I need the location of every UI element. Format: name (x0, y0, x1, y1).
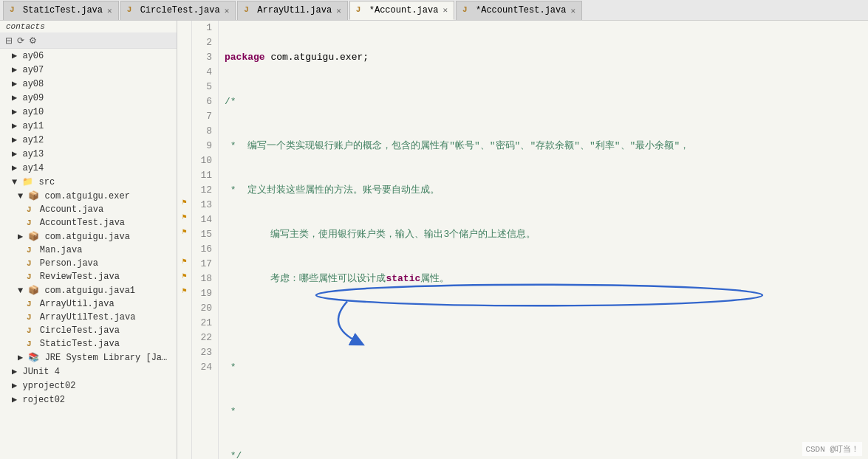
sidebar-item-circletest-java[interactable]: J CircleTest.java (0, 324, 177, 337)
sidebar: contacts ⊟ ⟳ ⚙ ▶ ay06 ▶ ay07 ▶ ay08 ▶ ay… (0, 21, 177, 459)
sidebar-item-pkg-atguigu[interactable]: ▶ 📦 com.atguigu.java (0, 229, 177, 244)
sidebar-item-man-java[interactable]: J Man.java (0, 244, 177, 257)
java-file-icon: J (127, 5, 137, 15)
tab-arrayutil[interactable]: J ArrayUtil.java ✕ (237, 1, 347, 20)
close-icon[interactable]: ✕ (442, 5, 448, 15)
code-line-7 (225, 316, 868, 331)
close-icon[interactable]: ✕ (107, 6, 112, 15)
sidebar-item-day07[interactable]: ▶ ay07 (0, 63, 177, 77)
code-line-10: */ (225, 449, 868, 459)
tab-bar: J StaticTest.java ✕ J CircleTest.java ✕ … (0, 0, 868, 21)
tab-label: StaticTest.java (23, 5, 103, 15)
tab-label: *Account.java (369, 5, 439, 15)
close-icon[interactable]: ✕ (225, 6, 230, 15)
collapse-button[interactable]: ⊟ (3, 35, 15, 46)
sidebar-item-junit4[interactable]: ▶ JUnit 4 (0, 365, 177, 379)
tab-circletest[interactable]: J CircleTest.java ✕ (120, 1, 236, 20)
sidebar-item-day13[interactable]: ▶ ay13 (0, 147, 177, 161)
sidebar-toolbar: ⊟ ⟳ ⚙ (0, 32, 177, 49)
sidebar-item-statictest-java[interactable]: J StaticTest.java (0, 337, 177, 351)
sidebar-item-day10[interactable]: ▶ ay10 (0, 105, 177, 119)
watermark: CSDN @叮当！ (802, 442, 862, 456)
tab-label: *AccountTest.java (476, 5, 566, 15)
sidebar-item-account-java[interactable]: J Account.java (0, 203, 177, 216)
java-file-icon: J (10, 5, 20, 15)
sidebar-item-arrayutil-java[interactable]: J ArrayUtil.java (0, 297, 177, 311)
code-line-1: package com.atguigu.exer; (225, 50, 868, 65)
sidebar-item-pkg-exer[interactable]: ▼ 📦 com.atguigu.exer (0, 189, 177, 203)
sync-button[interactable]: ⟳ (15, 35, 27, 46)
tab-account[interactable]: J *Account.java ✕ (349, 1, 454, 20)
code-line-5: 编写主类，使用银行账户类，输入、输出3个储户的上述信息。 (225, 227, 868, 242)
sidebar-item-person-java[interactable]: J Person.java (0, 257, 177, 270)
close-icon[interactable]: ✕ (570, 6, 575, 15)
sidebar-item-yproject02[interactable]: ▶ yproject02 (0, 379, 177, 393)
code-line-2: /* (225, 94, 868, 109)
sidebar-item-day14[interactable]: ▶ ay14 (0, 161, 177, 175)
editor-wrapper: ⚑ ⚑ ⚑ ⚑ ⚑ ⚑ 1 2 3 (177, 21, 868, 459)
sidebar-item-src[interactable]: ▼ 📁 src (0, 175, 177, 189)
java-file-icon: J (356, 5, 366, 15)
sidebar-item-reviewtest-java[interactable]: J ReviewTest.java (0, 270, 177, 283)
code-editor[interactable]: ⚑ ⚑ ⚑ ⚑ ⚑ ⚑ 1 2 3 (177, 21, 868, 459)
tab-label: ArrayUtil.java (257, 5, 332, 15)
contacts-label: contacts (0, 21, 177, 32)
code-line-4: * 定义封装这些属性的方法。账号要自动生成。 (225, 183, 868, 198)
code-lines[interactable]: package com.atguigu.exer; /* * 编写一个类实现银行… (219, 21, 868, 459)
line-numbers: 1 2 3 4 5 6 7 8 9 10 11 12 13 14 15 16 1 (192, 21, 219, 459)
close-icon[interactable]: ✕ (336, 6, 341, 15)
sidebar-item-day09[interactable]: ▶ ay09 (0, 91, 177, 105)
line-gutter: ⚑ ⚑ ⚑ ⚑ ⚑ ⚑ (177, 21, 192, 459)
tab-label: CircleTest.java (140, 5, 220, 15)
sidebar-item-roject02[interactable]: ▶ roject02 (0, 393, 177, 407)
code-line-6: 考虑：哪些属性可以设计成static属性。 (225, 272, 868, 286)
sidebar-item-jre[interactable]: ▶ 📚 JRE System Library [JavaSE-1.8] (0, 351, 177, 365)
sidebar-item-day12[interactable]: ▶ ay12 (0, 133, 177, 147)
code-line-8: * (225, 360, 868, 375)
sidebar-item-arrayutiltest-java[interactable]: J ArrayUtilTest.java (0, 311, 177, 324)
sidebar-item-pkg-java1[interactable]: ▼ 📦 com.atguigu.java1 (0, 283, 177, 297)
code-line-9: * (225, 404, 868, 419)
settings-button[interactable]: ⚙ (27, 35, 39, 46)
code-line-3: * 编写一个类实现银行账户的概念，包含的属性有"帐号"、"密码"、"存款余额"、… (225, 139, 868, 153)
code-content: ⚑ ⚑ ⚑ ⚑ ⚑ ⚑ 1 2 3 (177, 21, 868, 459)
sidebar-item-day06[interactable]: ▶ ay06 (0, 49, 177, 63)
tab-accounttest[interactable]: J *AccountTest.java ✕ (456, 1, 582, 20)
sidebar-item-day08[interactable]: ▶ ay08 (0, 77, 177, 91)
sidebar-item-day11[interactable]: ▶ ay11 (0, 119, 177, 133)
java-file-icon: J (462, 5, 473, 15)
sidebar-item-accounttest-java[interactable]: J AccountTest.java (0, 216, 177, 229)
folder-icon: 📁 (22, 177, 33, 187)
main-area: contacts ⊟ ⟳ ⚙ ▶ ay06 ▶ ay07 ▶ ay08 ▶ ay… (0, 21, 868, 459)
tab-statictest[interactable]: J StaticTest.java ✕ (3, 1, 119, 20)
java-file-icon: J (244, 5, 254, 15)
